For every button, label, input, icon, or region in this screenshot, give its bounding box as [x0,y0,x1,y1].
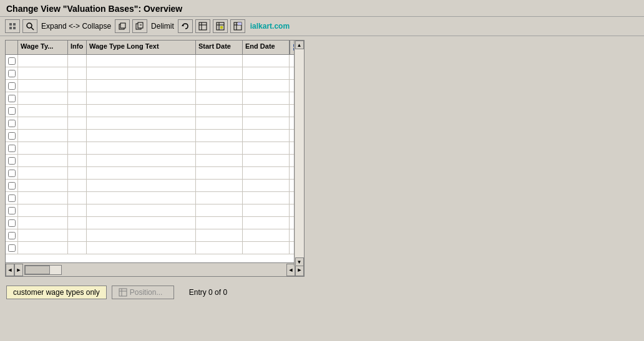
row-start-date-10 [196,167,243,179]
table-bottom-bar: ◄ ► ◄ ► [6,262,304,276]
delimit-label[interactable]: Delimit [150,22,175,31]
row-start-date-12 [196,192,243,204]
row-checkbox-16[interactable] [6,242,18,254]
row-wage-type-14 [18,217,68,229]
row-long-text-10 [87,167,196,179]
row-end-date-8 [243,142,290,154]
col-check-header [6,41,18,54]
row-start-date-15 [196,229,243,241]
checkbox-6[interactable] [8,120,16,127]
checkbox-4[interactable] [8,95,16,102]
checkbox-3[interactable] [8,82,16,90]
row-end-date-12 [243,192,290,204]
row-info-3 [68,80,87,92]
checkbox-14[interactable] [8,219,16,227]
row-checkbox-14[interactable] [6,217,18,229]
table-row [6,92,304,105]
search-button[interactable] [22,19,37,33]
row-end-date-5 [243,105,290,117]
row-end-date-16 [243,242,290,254]
row-info-8 [68,142,87,154]
checkbox-10[interactable] [8,170,16,177]
row-checkbox-4[interactable] [6,92,18,104]
toolbar: Expand <-> Collapse Delimit [0,17,644,36]
footer-bar: customer wage types only Position... Ent… [0,281,644,304]
svg-rect-1 [13,23,16,26]
checkbox-1[interactable] [8,57,16,65]
h-scroll-thumb [25,266,50,274]
svg-rect-2 [9,27,12,29]
checkbox-13[interactable] [8,207,16,214]
row-info-16 [68,242,87,254]
row-info-13 [68,204,87,216]
table-row [6,105,304,117]
row-long-text-11 [87,180,196,191]
row-end-date-15 [243,229,290,241]
position-button[interactable]: Position... [112,286,174,299]
row-checkbox-10[interactable] [6,167,18,179]
copy-button[interactable] [115,19,130,33]
row-checkbox-11[interactable] [6,180,18,191]
row-checkbox-6[interactable] [6,117,18,129]
row-checkbox-8[interactable] [6,142,18,154]
row-info-12 [68,192,87,204]
vertical-scrollbar: ▲ ▼ [294,55,304,262]
row-wage-type-12 [18,192,68,204]
col-start-date-header: Start Date [196,41,243,54]
row-long-text-1 [87,55,196,67]
scroll-left-nav-right[interactable]: ► [14,264,23,276]
row-long-text-7 [87,130,196,142]
row-end-date-1 [243,55,290,67]
checkbox-7[interactable] [8,132,16,140]
row-checkbox-9[interactable] [6,155,18,166]
row-info-2 [68,67,87,79]
table-row [6,55,304,67]
scroll-down-button[interactable]: ▼ [295,257,304,262]
row-checkbox-5[interactable] [6,105,18,117]
row-checkbox-12[interactable] [6,192,18,204]
table-row [6,229,304,242]
row-wage-type-8 [18,142,68,154]
row-info-5 [68,105,87,117]
row-wage-type-13 [18,204,68,216]
row-wage-type-15 [18,229,68,241]
export-icon [216,22,225,31]
row-wage-type-7 [18,130,68,142]
checkbox-16[interactable] [8,244,16,252]
row-checkbox-13[interactable] [6,204,18,216]
checkbox-15[interactable] [8,232,16,239]
row-checkbox-7[interactable] [6,130,18,142]
row-wage-type-4 [18,92,68,104]
row-checkbox-1[interactable] [6,55,18,67]
settings2-button[interactable] [230,19,245,33]
row-start-date-16 [196,242,243,254]
row-end-date-13 [243,204,290,216]
copy-icon [118,22,127,31]
h-scroll-track[interactable] [24,265,62,275]
svg-point-4 [27,23,32,28]
table-button[interactable] [195,19,210,33]
row-checkbox-3[interactable] [6,80,18,92]
checkbox-8[interactable] [8,145,16,152]
checkbox-2[interactable] [8,70,16,77]
customer-wage-types-button[interactable]: customer wage types only [6,286,107,299]
checkbox-11[interactable] [8,182,16,190]
row-wage-type-10 [18,167,68,179]
table-row [6,192,304,204]
checkbox-12[interactable] [8,195,16,202]
expand-collapse-label[interactable]: Expand <-> Collapse [40,22,112,31]
checkbox-9[interactable] [8,157,16,165]
copy2-button[interactable] [132,19,147,33]
row-checkbox-15[interactable] [6,229,18,241]
row-start-date-14 [196,217,243,229]
checkbox-5[interactable] [8,107,16,115]
scroll-left-nav-left[interactable]: ◄ [6,264,14,276]
export-button[interactable] [213,19,228,33]
row-end-date-2 [243,67,290,79]
row-wage-type-2 [18,67,68,79]
row-wage-type-16 [18,242,68,254]
row-checkbox-2[interactable] [6,67,18,79]
undo-button[interactable] [178,19,193,33]
row-start-date-6 [196,117,243,129]
settings-button[interactable] [5,19,20,33]
